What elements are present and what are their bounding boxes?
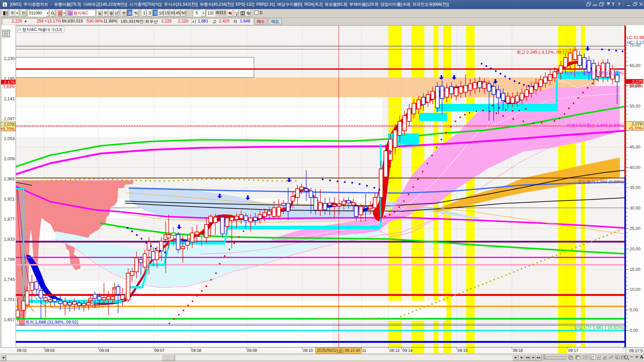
- svg-text:1,965: 1,965: [4, 176, 15, 181]
- svg-text:최저 1,648 (31,98%, 09:02): 최저 1,648 (31,98%, 09:02): [25, 319, 78, 324]
- svg-text:09:17: 09:17: [568, 348, 578, 353]
- svg-text:1,921: 1,921: [4, 196, 15, 201]
- svg-text:0,00: 0,00: [630, 328, 638, 333]
- svg-text:2,009: 2,009: [4, 156, 15, 161]
- svg-text:15,00: 15,00: [630, 267, 641, 272]
- svg-text:+5,70%: +5,70%: [1, 127, 14, 131]
- svg-text:09:14: 09:14: [402, 348, 413, 353]
- svg-text:2,078: 2,078: [631, 121, 642, 126]
- svg-text:2,141: 2,141: [4, 96, 15, 101]
- svg-text:5,00: 5,00: [630, 307, 638, 312]
- svg-text:09:04: 09:04: [99, 348, 109, 353]
- svg-text:2,097: 2,097: [4, 116, 15, 121]
- svg-text:40,00: 40,00: [630, 165, 641, 170]
- svg-text:25,00: 25,00: [630, 226, 641, 231]
- svg-text:당일시가 1,661 (-15,51%): 당일시가 1,661 (-15,51%): [574, 325, 624, 330]
- svg-text:20,00: 20,00: [630, 246, 641, 251]
- svg-text:1,701: 1,701: [4, 297, 15, 302]
- svg-text:09:03: 09:03: [45, 348, 55, 353]
- svg-text:LC:31,98: LC:31,98: [627, 35, 644, 40]
- svg-text:전일종가 1,966 (0,00%): 전일종가 1,966 (0,00%): [578, 179, 624, 184]
- svg-text:최고 2,245 (-3,12%, 09:17): 최고 2,245 (-3,12%, 09:17): [517, 50, 569, 55]
- svg-text:09:13: 09:13: [389, 348, 399, 353]
- svg-text:2025/05/02(금) 09:10:40: 2025/05/02(금) 09:10:40: [317, 348, 360, 353]
- svg-text:09:16: 09:16: [513, 348, 523, 353]
- svg-text:1,833: 1,833: [4, 237, 15, 242]
- svg-text:피봇2차저항선 2,185 (11,97%): 피봇2차저항선 2,185 (11,97%): [565, 70, 624, 75]
- svg-text:1,657: 1,657: [4, 317, 15, 322]
- svg-text:10,63%: 10,63%: [629, 84, 643, 88]
- svg-text:2,078: 2,078: [3, 122, 14, 127]
- svg-text:10,00: 10,00: [630, 287, 641, 292]
- svg-text:30,00: 30,00: [630, 205, 641, 210]
- svg-text:09:07: 09:07: [154, 348, 164, 353]
- svg-text:1,745: 1,745: [4, 277, 15, 282]
- svg-text:1,63%: 1,63%: [3, 84, 15, 89]
- svg-text:2,175: 2,175: [632, 79, 643, 84]
- svg-text:09:17:5: 09:17:5: [629, 349, 643, 353]
- svg-text:09:02: 09:02: [17, 348, 27, 353]
- svg-text:+5,70%: +5,70%: [629, 126, 642, 131]
- svg-text:09:08: 09:08: [191, 348, 201, 353]
- svg-text:HC:-3,12: HC:-3,12: [627, 40, 644, 45]
- svg-text:09:09: 09:09: [247, 348, 257, 353]
- svg-text:35,00: 35,00: [630, 185, 641, 190]
- svg-text:피봇1차저항선 2,800 (5,93%): 피봇1차저항선 2,800 (5,93%): [567, 123, 624, 128]
- svg-text:1,877: 1,877: [4, 217, 15, 222]
- svg-text:2,230: 2,230: [4, 56, 15, 61]
- svg-text:형지I&C 매물대 수(13): 형지I&C 매물대 수(13): [22, 27, 62, 32]
- svg-text:11: 11: [362, 348, 366, 353]
- svg-text:55,00: 55,00: [630, 104, 641, 109]
- svg-text:2,175: 2,175: [4, 80, 15, 85]
- svg-text:09:15: 09:15: [458, 348, 468, 353]
- svg-text:65,00: 65,00: [630, 63, 641, 68]
- svg-text:2,053: 2,053: [4, 136, 15, 141]
- svg-text:1,789: 1,789: [4, 257, 15, 262]
- svg-text:45,00: 45,00: [630, 144, 641, 149]
- svg-text:09:10: 09:10: [303, 348, 313, 353]
